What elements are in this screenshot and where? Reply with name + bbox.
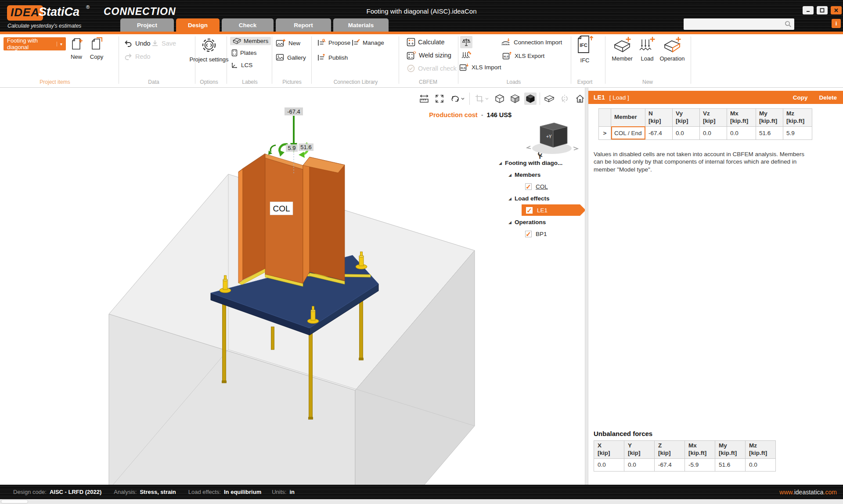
panel-divider[interactable] (585, 88, 588, 485)
project-item-dropdown[interactable]: Footing with diagonal ▾ (4, 37, 66, 50)
search-input[interactable] (684, 19, 784, 29)
search-icon[interactable] (784, 20, 792, 28)
col-header-mz: Mz[kip.ft] (783, 109, 812, 127)
xls-export-button[interactable]: XLS XLS Export (502, 52, 544, 60)
manage-icon (351, 39, 360, 46)
clip-view-button[interactable] (543, 93, 555, 105)
mirror-view-button[interactable] (558, 93, 571, 105)
solid-view-button[interactable] (524, 93, 537, 105)
undo-button[interactable]: Undo (124, 39, 151, 47)
ifc-export-button[interactable]: IFC IFC (573, 35, 597, 64)
picture-gallery-button[interactable]: Gallery (276, 54, 306, 61)
group-label-new: New (626, 79, 670, 85)
info-button[interactable]: i (832, 19, 841, 28)
labels-members-toggle[interactable]: Members (230, 37, 271, 45)
loads-percentage-button[interactable] (460, 49, 472, 61)
library-propose-button[interactable]: Propose (317, 39, 350, 46)
labels-plates-toggle[interactable]: Plates (231, 49, 257, 57)
wireframe-view-button[interactable] (494, 93, 506, 105)
measure-button[interactable] (418, 93, 430, 105)
section-crop-button[interactable] (473, 93, 490, 105)
le1-selected-row[interactable]: ✓ LE1 (522, 204, 585, 216)
bp1-checkbox[interactable]: ✓ (525, 231, 532, 237)
group-label-data: Data (132, 79, 176, 85)
rotate-view-button[interactable] (449, 93, 466, 105)
zoom-fit-button[interactable] (433, 93, 446, 105)
maximize-button[interactable] (817, 6, 828, 14)
mz-value-cell[interactable]: 5.9 (783, 126, 812, 139)
vy-value-cell[interactable]: 0.0 (673, 126, 700, 139)
minimize-button[interactable] (803, 6, 814, 14)
delete-load-button[interactable]: Delete (819, 94, 837, 101)
redo-button[interactable]: Redo (124, 53, 151, 61)
tree-item-operations[interactable]: ◢ Operations (492, 216, 585, 228)
tree-expand-icon[interactable]: ◢ (508, 173, 515, 177)
website-link[interactable]: www.ideastatica.com (779, 489, 837, 496)
tree-item-members[interactable]: ◢ Members (492, 169, 585, 181)
save-button[interactable]: Save (151, 39, 176, 47)
tree-item-bp1[interactable]: ✓ BP1 (492, 228, 585, 240)
library-publish-button[interactable]: Publish (317, 54, 348, 61)
forces-header-row: Member N[kip] Vy[kip] Vz[kip] Mx[kip.ft]… (599, 109, 812, 127)
group-label-cbfem: CBFEM (406, 79, 450, 85)
picture-new-button[interactable]: New (276, 39, 300, 47)
status-bar: Design code: AISC - LRFD (2022) Analysis… (0, 485, 843, 499)
xls-import-button[interactable]: XLS XLS Import (459, 63, 501, 71)
tree-item-root[interactable]: ◢ Footing with diago... (492, 157, 585, 169)
new-member-button[interactable]: Member (609, 36, 636, 62)
overall-check-button[interactable]: Overall check (407, 64, 457, 73)
column-member-3d[interactable] (238, 154, 345, 283)
load-value-badges: -67.4 5.9 51.6 (285, 107, 313, 152)
tree-expand-icon[interactable]: ◢ (508, 220, 515, 225)
tab-materials[interactable]: Materials (333, 18, 389, 32)
member-cell[interactable]: COL / End (611, 126, 645, 139)
loads-equilibrium-toggle[interactable] (460, 36, 472, 48)
vz-value-cell[interactable]: 0.0 (700, 126, 727, 139)
tree-item-le1[interactable]: ✓ LE1 (492, 204, 585, 216)
shaded-wireframe-view-button[interactable] (509, 93, 521, 105)
home-view-button[interactable] (574, 93, 585, 105)
labels-lcs-toggle[interactable]: LCS (231, 61, 252, 69)
ifc-icon: IFC (575, 35, 594, 55)
copy-load-button[interactable]: Copy (793, 94, 808, 101)
new-operation-button[interactable]: Operation (657, 36, 688, 62)
copy-page-icon (89, 37, 104, 52)
dropdown-arrow-icon: ▾ (57, 42, 62, 46)
copy-project-item-button[interactable]: Copy (86, 37, 107, 60)
new-load-button[interactable]: Load (638, 36, 657, 62)
mx-value-cell[interactable]: 0.0 (727, 126, 756, 139)
cbfem-note: Values in disabled cells are not taken i… (594, 150, 815, 173)
tree-item-col[interactable]: ✓ COL (492, 181, 585, 193)
tab-report[interactable]: Report (276, 18, 331, 32)
col-header-member: Member (611, 109, 645, 127)
new-project-item-button[interactable]: New (66, 37, 87, 60)
calculate-button[interactable]: Calculate (407, 38, 444, 46)
axial-force-badge: -67.4 (287, 108, 300, 115)
tree-expand-icon[interactable]: ◢ (508, 197, 515, 201)
project-settings-button[interactable]: Project settings (189, 36, 229, 63)
le1-checkbox[interactable]: ✓ (526, 207, 533, 214)
col-checkbox[interactable]: ✓ (525, 183, 532, 190)
close-button[interactable] (831, 6, 842, 14)
tab-design[interactable]: Design (176, 18, 220, 32)
bottom-strip (0, 499, 843, 504)
tab-project[interactable]: Project (120, 18, 174, 32)
gallery-icon (276, 54, 285, 61)
member-label-col[interactable]: COL (270, 202, 293, 215)
new-page-icon (69, 37, 84, 52)
search-box[interactable] (684, 18, 794, 30)
gear-icon (200, 36, 218, 54)
weld-sizing-button[interactable]: Weld sizing (407, 51, 451, 60)
library-manage-button[interactable]: Manage (351, 39, 384, 46)
tree-expand-icon[interactable]: ◢ (499, 161, 505, 165)
connection-import-button[interactable]: Connection Import (501, 38, 562, 46)
tree-item-load-effects[interactable]: ◢ Load effects (492, 193, 585, 204)
my-value-cell[interactable]: 51.6 (756, 126, 783, 139)
3d-scene-canvas[interactable]: COL -67.4 (0, 88, 585, 485)
row-expand-chevron[interactable]: > (599, 126, 611, 139)
n-value-cell[interactable]: -67.4 (645, 126, 673, 139)
tab-check[interactable]: Check (222, 18, 274, 32)
production-cost: Production cost - 146 US$ (413, 111, 512, 118)
scrollbar-nub[interactable] (1, 500, 28, 504)
viewport-3d[interactable]: COL -67.4 (0, 88, 585, 485)
